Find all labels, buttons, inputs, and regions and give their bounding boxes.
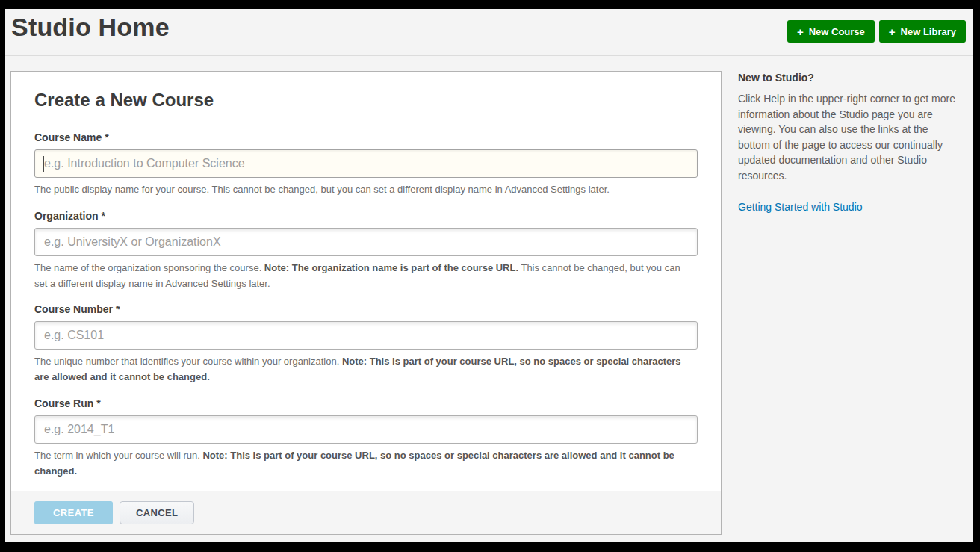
form-title: Create a New Course — [34, 90, 698, 111]
help-sidebar: New to Studio? Click Help in the upper-r… — [738, 72, 962, 214]
field-course-number: Course Number * The unique number that i… — [34, 303, 698, 385]
create-course-panel: Create a New Course Course Name * The pu… — [10, 71, 722, 535]
create-button[interactable]: CREATE — [34, 501, 113, 524]
course-name-label: Course Name * — [34, 131, 698, 143]
course-name-input-wrap — [34, 149, 698, 178]
field-organization: Organization * The name of the organizat… — [34, 210, 698, 292]
form-actions: CREATE CANCEL — [11, 491, 721, 534]
required-asterisk: * — [96, 397, 100, 409]
header-actions: + New Course + New Library — [787, 20, 966, 43]
plus-icon: + — [889, 26, 896, 37]
new-course-button[interactable]: + New Course — [787, 20, 875, 43]
organization-label: Organization * — [34, 210, 698, 222]
course-run-label: Course Run * — [34, 397, 698, 409]
new-library-button-label: New Library — [901, 26, 956, 37]
organization-input[interactable] — [34, 228, 698, 256]
page-title: Studio Home — [11, 13, 170, 42]
course-name-input[interactable] — [34, 149, 698, 178]
getting-started-link[interactable]: Getting Started with Studio — [738, 201, 863, 213]
course-number-input[interactable] — [34, 321, 698, 350]
page: Studio Home + New Course + New Library C… — [5, 9, 973, 542]
plus-icon: + — [797, 26, 804, 37]
header-divider — [5, 55, 973, 56]
organization-help: The name of the organization sponsoring … — [34, 261, 692, 292]
sidebar-heading: New to Studio? — [738, 72, 962, 84]
required-asterisk: * — [105, 131, 108, 143]
course-name-help: The public display name for your course.… — [34, 182, 692, 198]
required-asterisk: * — [116, 303, 120, 315]
course-number-help: The unique number that identifies your c… — [34, 354, 692, 385]
text-caret — [43, 156, 44, 172]
field-course-name: Course Name * The public display name fo… — [34, 131, 698, 198]
sidebar-body: Click Help in the upper-right corner to … — [738, 91, 962, 183]
cancel-button[interactable]: CANCEL — [120, 501, 195, 524]
course-number-label: Course Number * — [34, 303, 698, 315]
course-run-input[interactable] — [34, 415, 698, 444]
create-course-form: Create a New Course Course Name * The pu… — [11, 72, 721, 480]
new-course-button-label: New Course — [809, 26, 865, 37]
field-course-run: Course Run * The term in which your cour… — [34, 397, 698, 480]
new-library-button[interactable]: + New Library — [879, 20, 966, 43]
course-run-help: The term in which your course will run. … — [34, 448, 692, 480]
required-asterisk: * — [101, 210, 105, 222]
screenshot-frame: Studio Home + New Course + New Library C… — [0, 0, 980, 552]
